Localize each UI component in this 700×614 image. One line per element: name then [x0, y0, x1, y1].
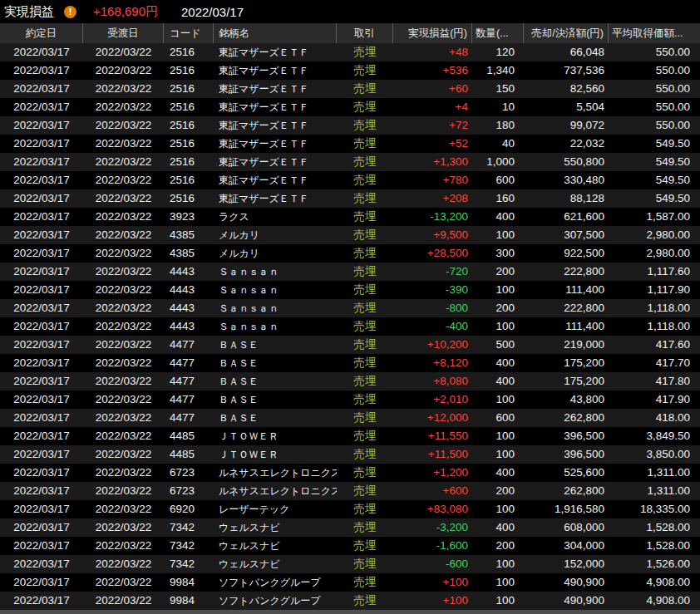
cell-trade-type: 売埋	[337, 464, 393, 482]
column-header-action[interactable]: 取引	[337, 23, 393, 43]
table-row[interactable]: 2022/03/17 2022/03/22 7342 ウェルスナビ 売埋 -3,…	[0, 518, 700, 537]
table-row[interactable]: 2022/03/17 2022/03/22 7342 ウェルスナビ 売埋 -1,…	[0, 537, 700, 555]
table-row[interactable]: 2022/03/17 2022/03/22 4443 Ｓａｎｓａｎ 売埋 -72…	[0, 263, 700, 281]
cell-settlement-amount: 621,600	[524, 208, 609, 226]
cell-trade-date: 2022/03/17	[0, 409, 83, 427]
cell-profit-loss: +1,200	[393, 464, 472, 482]
table-row[interactable]: 2022/03/17 2022/03/22 6920 レーザーテック 売埋 +8…	[0, 500, 700, 518]
cell-stock-name: ＪＴＯＷＥＲ	[214, 445, 337, 464]
table-row[interactable]: 2022/03/17 2022/03/22 4477 ＢＡＳＥ 売埋 +12,0…	[0, 409, 700, 427]
cell-trade-date: 2022/03/17	[0, 317, 83, 336]
cell-trade-date: 2022/03/17	[0, 555, 83, 573]
table-row[interactable]: 2022/03/17 2022/03/22 2516 東証マザーズＥＴＦ 売埋 …	[0, 153, 700, 171]
cell-trade-date: 2022/03/17	[0, 391, 83, 409]
table-row[interactable]: 2022/03/17 2022/03/22 4443 Ｓａｎｓａｎ 売埋 -80…	[0, 299, 700, 317]
column-header-settle-date[interactable]: 受渡日	[83, 23, 164, 43]
cell-stock-name: ウェルスナビ	[214, 555, 337, 573]
table-row[interactable]: 2022/03/17 2022/03/22 4477 ＢＡＳＥ 売埋 +8,12…	[0, 354, 700, 372]
table-row[interactable]: 2022/03/17 2022/03/22 9984 ソフトバンクグループ 売埋…	[0, 592, 700, 610]
table-row[interactable]: 2022/03/17 2022/03/22 6723 ルネサスエレクトロニクス …	[0, 482, 700, 500]
warning-icon[interactable]: !	[64, 6, 76, 18]
cell-trade-type: 売埋	[337, 153, 393, 171]
column-header-trade-date[interactable]: 約定日	[0, 23, 83, 43]
cell-quantity: 1,340	[472, 61, 524, 80]
cell-settle-date: 2022/03/22	[83, 409, 164, 427]
cell-trade-type: 売埋	[337, 281, 393, 299]
cell-trade-date: 2022/03/17	[0, 537, 83, 555]
column-header-qty[interactable]: 数量(...	[472, 23, 524, 43]
cell-settlement-amount: 82,560	[524, 80, 609, 98]
table-row[interactable]: 2022/03/17 2022/03/22 2516 東証マザーズＥＴＦ 売埋 …	[0, 135, 700, 153]
table-row[interactable]: 2022/03/17 2022/03/22 4485 ＪＴＯＷＥＲ 売埋 +11…	[0, 427, 700, 445]
table-row[interactable]: 2022/03/17 2022/03/22 2516 東証マザーズＥＴＦ 売埋 …	[0, 80, 700, 98]
table-row[interactable]: 2022/03/17 2022/03/22 3923 ラクス 売埋 -13,20…	[0, 208, 700, 226]
cell-settlement-amount: 43,800	[524, 391, 609, 409]
cell-stock-name: 東証マザーズＥＴＦ	[214, 98, 337, 116]
horizontal-scrollbar[interactable]	[0, 610, 700, 614]
cell-settle-date: 2022/03/22	[83, 336, 164, 354]
cell-settle-date: 2022/03/22	[83, 263, 164, 281]
cell-settle-date: 2022/03/22	[83, 208, 164, 226]
cell-trade-date: 2022/03/17	[0, 244, 83, 263]
table-row[interactable]: 2022/03/17 2022/03/22 4385 メルカリ 売埋 +9,50…	[0, 226, 700, 244]
cell-average-price: 4,908.00	[609, 592, 700, 610]
cell-code: 9984	[164, 592, 214, 610]
cell-quantity: 300	[472, 244, 524, 263]
cell-trade-type: 売埋	[337, 135, 393, 153]
cell-trade-date: 2022/03/17	[0, 80, 83, 98]
cell-settlement-amount: 152,000	[524, 555, 609, 573]
table-row[interactable]: 2022/03/17 2022/03/22 2516 東証マザーズＥＴＦ 売埋 …	[0, 116, 700, 135]
cell-stock-name: メルカリ	[214, 226, 337, 244]
cell-code: 2516	[164, 61, 214, 80]
column-header-amount[interactable]: 売却/決済額(円)	[524, 23, 609, 43]
cell-average-price: 550.00	[609, 116, 700, 135]
cell-stock-name: ウェルスナビ	[214, 537, 337, 555]
cell-average-price: 417.90	[609, 391, 700, 409]
table-row[interactable]: 2022/03/17 2022/03/22 2516 東証マザーズＥＴＦ 売埋 …	[0, 43, 700, 61]
cell-profit-loss: +83,080	[393, 500, 472, 518]
cell-trade-type: 売埋	[337, 573, 393, 592]
table-row[interactable]: 2022/03/17 2022/03/22 4477 ＢＡＳＥ 売埋 +8,08…	[0, 372, 700, 391]
cell-code: 2516	[164, 116, 214, 135]
cell-quantity: 100	[472, 500, 524, 518]
table-row[interactable]: 2022/03/17 2022/03/22 2516 東証マザーズＥＴＦ 売埋 …	[0, 98, 700, 116]
table-row[interactable]: 2022/03/17 2022/03/22 2516 東証マザーズＥＴＦ 売埋 …	[0, 171, 700, 189]
table-row[interactable]: 2022/03/17 2022/03/22 4443 Ｓａｎｓａｎ 売埋 -39…	[0, 281, 700, 299]
table-row[interactable]: 2022/03/17 2022/03/22 9984 ソフトバンクグループ 売埋…	[0, 573, 700, 592]
cell-stock-name: 東証マザーズＥＴＦ	[214, 43, 337, 61]
cell-average-price: 550.00	[609, 61, 700, 80]
cell-quantity: 400	[472, 464, 524, 482]
cell-stock-name: ＢＡＳＥ	[214, 372, 337, 391]
table-row[interactable]: 2022/03/17 2022/03/22 4477 ＢＡＳＥ 売埋 +10,2…	[0, 336, 700, 354]
cell-stock-name: Ｓａｎｓａｎ	[214, 299, 337, 317]
cell-quantity: 400	[472, 208, 524, 226]
cell-trade-date: 2022/03/17	[0, 208, 83, 226]
cell-trade-date: 2022/03/17	[0, 592, 83, 610]
column-header-code[interactable]: コード	[164, 23, 214, 43]
cell-settlement-amount: 66,048	[524, 43, 609, 61]
column-header-name[interactable]: 銘柄名	[214, 23, 337, 43]
report-date: 2022/03/17	[181, 5, 244, 19]
table-row[interactable]: 2022/03/17 2022/03/22 7342 ウェルスナビ 売埋 -60…	[0, 555, 700, 573]
table-row[interactable]: 2022/03/17 2022/03/22 4385 メルカリ 売埋 +28,5…	[0, 244, 700, 263]
cell-code: 2516	[164, 80, 214, 98]
column-header-pl[interactable]: 実現損益(円)	[393, 23, 472, 43]
table-row[interactable]: 2022/03/17 2022/03/22 4443 Ｓａｎｓａｎ 売埋 -40…	[0, 317, 700, 336]
table-row[interactable]: 2022/03/17 2022/03/22 4485 ＪＴＯＷＥＲ 売埋 +11…	[0, 445, 700, 464]
cell-trade-type: 売埋	[337, 171, 393, 189]
cell-trade-type: 売埋	[337, 244, 393, 263]
cell-stock-name: 東証マザーズＥＴＦ	[214, 80, 337, 98]
table-row[interactable]: 2022/03/17 2022/03/22 2516 東証マザーズＥＴＦ 売埋 …	[0, 61, 700, 80]
table-row[interactable]: 2022/03/17 2022/03/22 6723 ルネサスエレクトロニクス …	[0, 464, 700, 482]
cell-settle-date: 2022/03/22	[83, 80, 164, 98]
table-row[interactable]: 2022/03/17 2022/03/22 4477 ＢＡＳＥ 売埋 +2,01…	[0, 391, 700, 409]
cell-quantity: 100	[472, 592, 524, 610]
cell-trade-date: 2022/03/17	[0, 189, 83, 208]
cell-code: 7342	[164, 537, 214, 555]
cell-settle-date: 2022/03/22	[83, 281, 164, 299]
cell-trade-date: 2022/03/17	[0, 299, 83, 317]
table-row[interactable]: 2022/03/17 2022/03/22 2516 東証マザーズＥＴＦ 売埋 …	[0, 189, 700, 208]
column-header-avg-price[interactable]: 平均取得価額...	[609, 23, 700, 43]
cell-trade-type: 売埋	[337, 537, 393, 555]
cell-quantity: 200	[472, 263, 524, 281]
